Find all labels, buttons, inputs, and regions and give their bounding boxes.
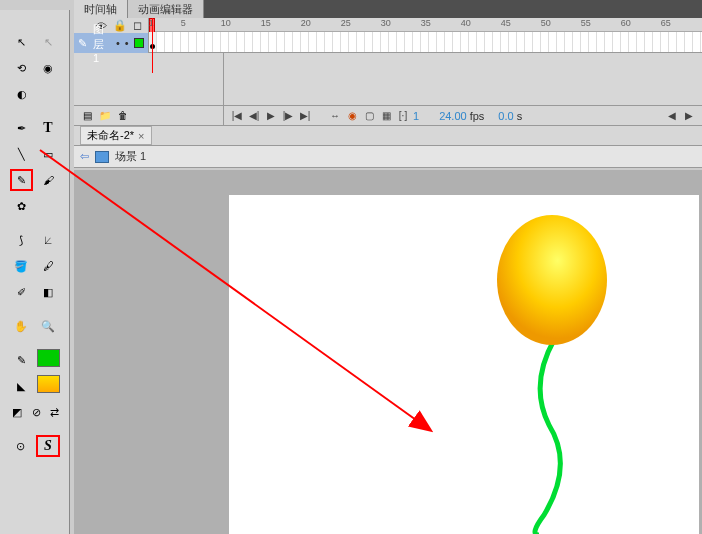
swap-colors[interactable]: ⇄ — [49, 401, 60, 423]
frame[interactable] — [541, 32, 549, 52]
frame[interactable] — [317, 32, 325, 52]
no-color-swatch[interactable]: ⊘ — [29, 401, 45, 423]
free-transform-tool[interactable]: ⟲ — [10, 57, 33, 79]
scene-back-button[interactable]: ⇦ — [80, 150, 89, 163]
frame[interactable] — [589, 32, 597, 52]
frame[interactable] — [253, 32, 261, 52]
rectangle-tool[interactable]: ▭ — [37, 143, 60, 165]
frame[interactable] — [637, 32, 645, 52]
layer-outline-color[interactable] — [134, 38, 144, 48]
document-tab[interactable]: 未命名-2* × — [80, 126, 152, 145]
frame[interactable] — [309, 32, 317, 52]
frame[interactable] — [669, 32, 677, 52]
ink-bottle-tool[interactable]: 🖋 — [37, 255, 60, 277]
frame[interactable] — [621, 32, 629, 52]
frame[interactable] — [445, 32, 453, 52]
frame[interactable] — [421, 32, 429, 52]
frame[interactable] — [629, 32, 637, 52]
zoom-tool[interactable]: 🔍 — [37, 315, 60, 337]
subselection-tool[interactable]: ↖ — [37, 31, 60, 53]
brush-tool[interactable]: 🖌 — [37, 169, 60, 191]
frame[interactable] — [189, 32, 197, 52]
timeline-scroll-left[interactable]: ◀ — [665, 109, 679, 123]
goto-first-button[interactable]: |◀ — [230, 109, 244, 123]
deco-tool[interactable]: ✿ — [10, 195, 34, 217]
frame[interactable] — [165, 32, 173, 52]
frame[interactable] — [613, 32, 621, 52]
frame[interactable] — [437, 32, 445, 52]
new-folder-button[interactable]: 📁 — [98, 109, 112, 123]
tab-timeline[interactable]: 时间轴 — [74, 0, 128, 18]
frame[interactable] — [333, 32, 341, 52]
frame[interactable] — [181, 32, 189, 52]
3d-rotation-tool[interactable]: ◉ — [37, 57, 60, 79]
bind-tool[interactable]: ⟀ — [37, 229, 60, 251]
frame[interactable] — [661, 32, 669, 52]
frame[interactable] — [517, 32, 525, 52]
goto-last-button[interactable]: ▶| — [298, 109, 312, 123]
frame[interactable] — [653, 32, 661, 52]
tab-motion-editor[interactable]: 动画编辑器 — [128, 0, 204, 18]
onion-skin-button[interactable]: ◉ — [345, 109, 359, 123]
modify-markers-button[interactable]: [·] — [396, 109, 410, 123]
keyframe[interactable] — [149, 32, 157, 52]
frame[interactable] — [533, 32, 541, 52]
frame[interactable] — [549, 32, 557, 52]
frame[interactable] — [461, 32, 469, 52]
frame[interactable] — [301, 32, 309, 52]
frame[interactable] — [429, 32, 437, 52]
pencil-tool[interactable]: ✎ — [10, 169, 33, 191]
frame[interactable] — [477, 32, 485, 52]
onion-outline-button[interactable]: ▢ — [362, 109, 376, 123]
frame[interactable] — [469, 32, 477, 52]
play-button[interactable]: ▶ — [264, 109, 278, 123]
frames-row[interactable] — [149, 32, 702, 52]
text-tool[interactable]: T — [37, 117, 60, 139]
delete-layer-button[interactable]: 🗑 — [116, 109, 130, 123]
edit-multi-button[interactable]: ▦ — [379, 109, 393, 123]
frame[interactable] — [685, 32, 693, 52]
step-back-button[interactable]: ◀| — [247, 109, 261, 123]
outline-icon[interactable]: ◻ — [133, 19, 142, 32]
frame[interactable] — [557, 32, 565, 52]
stroke-color-swatch[interactable] — [37, 349, 60, 367]
fill-color-swatch[interactable] — [37, 375, 60, 393]
frame[interactable] — [565, 32, 573, 52]
layer-row[interactable]: ✎ 图层 1 • • — [74, 33, 148, 53]
lock-icon[interactable]: 🔒 — [113, 19, 127, 32]
selection-tool[interactable]: ↖ — [10, 31, 33, 53]
frame[interactable] — [645, 32, 653, 52]
document-close-button[interactable]: × — [138, 130, 144, 142]
frame[interactable] — [205, 32, 213, 52]
stage[interactable] — [229, 195, 699, 534]
frame[interactable] — [693, 32, 701, 52]
frame[interactable] — [573, 32, 581, 52]
frame[interactable] — [677, 32, 685, 52]
frame[interactable] — [341, 32, 349, 52]
frame[interactable] — [285, 32, 293, 52]
frame[interactable] — [197, 32, 205, 52]
frame[interactable] — [157, 32, 165, 52]
frame[interactable] — [493, 32, 501, 52]
frame[interactable] — [245, 32, 253, 52]
frame[interactable] — [277, 32, 285, 52]
eyedropper-tool[interactable]: ✐ — [10, 281, 33, 303]
pen-tool[interactable]: ✒ — [10, 117, 33, 139]
frame[interactable] — [509, 32, 517, 52]
step-forward-button[interactable]: |▶ — [281, 109, 295, 123]
black-white-swatch[interactable]: ◩ — [10, 401, 26, 423]
new-layer-button[interactable]: ▤ — [80, 109, 94, 123]
frame[interactable] — [293, 32, 301, 52]
frame[interactable] — [365, 32, 373, 52]
frame[interactable] — [605, 32, 613, 52]
timeline-ruler[interactable]: 15101520253035404550556065 — [149, 18, 702, 32]
layer-visible-dot[interactable]: • — [116, 37, 120, 49]
frame[interactable] — [261, 32, 269, 52]
hand-tool[interactable]: ✋ — [10, 315, 33, 337]
timeline-scroll-right[interactable]: ▶ — [682, 109, 696, 123]
frame[interactable] — [597, 32, 605, 52]
lasso-tool[interactable]: ◐ — [10, 83, 34, 105]
frame[interactable] — [389, 32, 397, 52]
frame[interactable] — [581, 32, 589, 52]
frame[interactable] — [229, 32, 237, 52]
